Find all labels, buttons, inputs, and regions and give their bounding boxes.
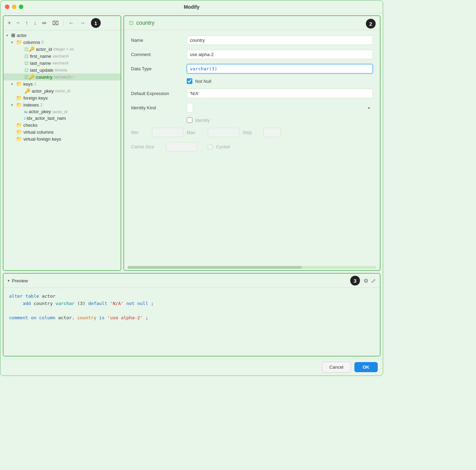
tree-meta-country: varchar(3) = [54, 75, 75, 79]
max-input [208, 128, 239, 137]
forward-button[interactable]: → [78, 19, 87, 27]
key-icon-actor-pkey: 🔑 [24, 88, 30, 94]
tree-item-virtual-columns[interactable]: 📁 virtual columns [3, 128, 121, 135]
data-type-label: Data Type [131, 66, 187, 71]
toolbar: + − ↑ ↓ ✏ ⌧ ← → 1 [3, 16, 121, 30]
code-line-3 [9, 307, 374, 315]
tree-container[interactable]: ▾ ⊞ actor ▾ 📁 columns 5 ⊡🔑 actor_id inte… [3, 30, 121, 270]
col-key-icon-country: ⊡🔑 [24, 74, 34, 80]
cycled-checkbox [208, 144, 213, 149]
tree-label-first-name: first_name [30, 54, 51, 59]
tree-label-actor-pkey-key: actor_pkey [32, 88, 54, 94]
folder-icon-vc: 📁 [16, 129, 22, 135]
tree-label-last-name: last_name [30, 61, 51, 66]
code-line-4: comment on column actor. country is 'use… [9, 314, 374, 322]
min-input [152, 128, 183, 137]
tree-item-last-update[interactable]: ⊡ last_update timesta [3, 66, 121, 73]
tree-item-last-name[interactable]: ⊡ last_name varchar(4 [3, 60, 121, 66]
tree-meta-idx-pkey: (actor_id [52, 110, 67, 114]
tree-item-virtual-fk[interactable]: 📁 virtual foreign keys [3, 135, 121, 142]
move-up-button[interactable]: ↑ [24, 19, 30, 27]
step-input [263, 128, 281, 137]
code-line-2: add country varchar (3) default 'N/A' no… [9, 300, 374, 307]
tree-item-checks[interactable]: 📁 checks [3, 122, 121, 128]
tree-label-idx-last: idx_actor_last_nam [26, 116, 66, 121]
tree-label-fk: foreign keys [23, 95, 48, 101]
tree-label-actor: actor [17, 33, 27, 38]
tree-item-idx-last[interactable]: i idx_actor_last_nam [3, 115, 121, 122]
remove-button[interactable]: − [15, 19, 21, 27]
expand-arrow-actor: ▾ [6, 33, 11, 37]
tree-meta-indexes: 2 [40, 103, 43, 107]
step-label: Step [243, 130, 260, 135]
add-button[interactable]: + [6, 19, 12, 27]
footer: Cancel OK [1, 359, 383, 375]
not-null-row: Not Null [131, 78, 373, 84]
tree-label-vfk: virtual foreign keys [23, 136, 61, 142]
tree-label-vc: virtual columns [23, 130, 54, 135]
tree-item-country[interactable]: ⊡🔑 country varchar(3) = [3, 73, 121, 80]
settings-icon[interactable]: ⚙ [363, 277, 368, 284]
col-icon-last-update: ⊡ [24, 67, 29, 73]
index-icon: i [24, 116, 25, 120]
col-icon-last-name: ⊡ [24, 60, 29, 66]
default-expr-row: Default Expression [131, 89, 373, 98]
cache-cycled-row: Cache Size Cycled [131, 142, 373, 151]
maximize-button[interactable] [19, 5, 23, 9]
external-link-icon[interactable]: ⤢ [371, 277, 376, 284]
identity-checkbox[interactable] [187, 117, 192, 123]
tree-item-first-name[interactable]: ⊡ first_name varchar(4 [3, 53, 121, 60]
min-max-step-row: Min Max Step [131, 128, 373, 137]
name-row: Name [131, 36, 373, 45]
code-line-1: alter table actor [9, 293, 374, 300]
back-button[interactable]: ← [67, 19, 76, 27]
expand-arrow-columns: ▾ [11, 40, 16, 44]
comment-input[interactable] [187, 50, 373, 59]
tree-meta-actor-id: integer = ne [53, 47, 74, 51]
folder-icon-checks: 📁 [16, 122, 22, 128]
tree-item-actor[interactable]: ▾ ⊞ actor [3, 32, 121, 39]
preview-code: alter table actor add country varchar (3… [3, 288, 380, 356]
identity-kind-select[interactable] [187, 103, 193, 112]
traffic-lights [5, 5, 23, 9]
identity-checkbox-row: Identity [187, 117, 210, 123]
tree-item-actor-id[interactable]: ⊡🔑 actor_id integer = ne [3, 46, 121, 53]
tree-item-foreign-keys[interactable]: 📁 foreign keys [3, 94, 121, 101]
chevron-down-icon: ▾ [368, 105, 370, 110]
not-null-checkbox-row: Not Null [187, 78, 211, 84]
cancel-button[interactable]: Cancel [322, 362, 351, 373]
identity-kind-select-wrapper: ▾ [187, 103, 373, 112]
edit-button[interactable]: ✏ [41, 19, 48, 27]
tree-item-indexes[interactable]: ▾ 📁 indexes 2 [3, 101, 121, 108]
tree-meta-first-name: varchar(4 [53, 54, 69, 58]
tree-label-indexes: indexes [23, 102, 39, 108]
move-down-button[interactable]: ↓ [32, 19, 38, 27]
folder-icon-columns: 📁 [16, 39, 22, 45]
close-button[interactable] [5, 5, 9, 9]
scrollbar-thumb [128, 266, 302, 269]
tree-item-idx-pkey[interactable]: iu actor_pkey (actor_id [3, 108, 121, 115]
tree-item-actor-pkey-key[interactable]: 🔑 actor_pkey (actor_id [3, 87, 121, 94]
tree-item-columns[interactable]: ▾ 📁 columns 5 [3, 39, 121, 46]
name-input[interactable] [187, 36, 373, 45]
not-null-checkbox[interactable] [187, 78, 192, 84]
horizontal-scrollbar[interactable] [128, 266, 376, 269]
header-icon: ⊡ [129, 19, 133, 26]
expand-arrow-keys: ▾ [11, 82, 16, 86]
expand-arrow-indexes: ▾ [11, 103, 16, 107]
titlebar: Modify [1, 1, 383, 13]
folder-icon-indexes: 📁 [16, 102, 22, 108]
tree-item-keys[interactable]: ▾ 📁 keys 1 [3, 80, 121, 87]
preview-title: Preview [12, 278, 28, 283]
tree-label-country: country [36, 75, 53, 80]
preview-expand-arrow[interactable]: ▾ [8, 279, 10, 283]
ok-button[interactable]: OK [354, 362, 378, 372]
tree-label-last-update: last_update [30, 68, 53, 73]
folder-icon-keys: 📁 [16, 81, 22, 87]
default-expr-input[interactable] [187, 89, 373, 98]
window-title: Modify [184, 4, 199, 10]
clear-button[interactable]: ⌧ [51, 19, 60, 27]
data-type-input[interactable] [187, 64, 373, 73]
preview-header: ▾ Preview 3 ⚙ ⤢ [3, 274, 380, 288]
minimize-button[interactable] [12, 5, 16, 9]
